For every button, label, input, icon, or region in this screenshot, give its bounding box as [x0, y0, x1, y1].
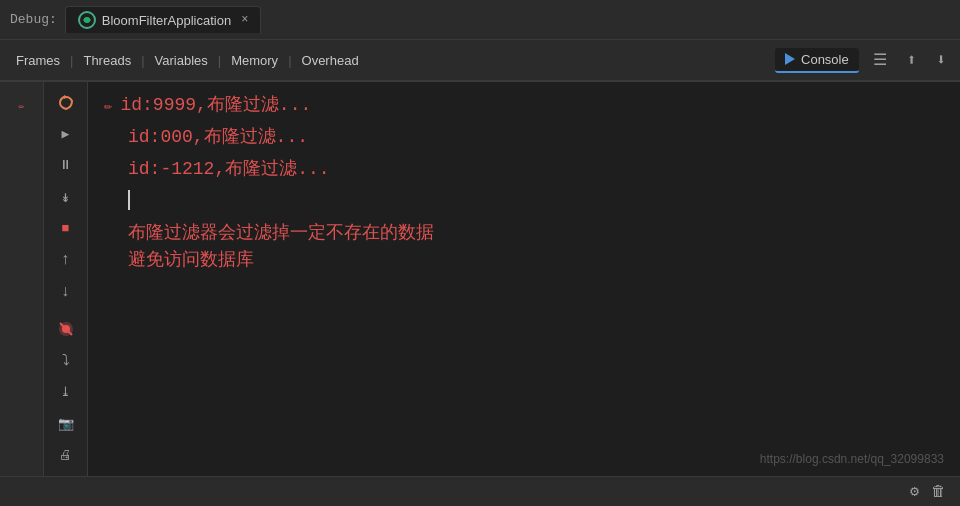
debug-actions: ▶ ⏸ ↡ ■ ↑ ↓ ⤵ ⤓ 📷 🖨 — [44, 82, 88, 476]
restart-button[interactable] — [52, 90, 80, 116]
delete-icon[interactable]: 🗑 — [929, 481, 948, 503]
tab-threads[interactable]: Threads — [75, 49, 139, 72]
svg-marker-2 — [64, 95, 68, 99]
block-text: 布隆过滤器会过滤掉一定不存在的数据 避免访问数据库 — [128, 220, 944, 274]
smart-step-btn[interactable]: ⤵ — [52, 348, 80, 374]
mute-breakpoints-icon — [57, 320, 75, 338]
close-tab-button[interactable]: × — [241, 13, 248, 27]
text-cursor — [128, 190, 130, 210]
restart-icon — [57, 94, 75, 112]
resume-button[interactable]: ▶ — [52, 122, 80, 148]
step-out-button[interactable]: ↑ — [52, 248, 80, 274]
debug-label: Debug: — [10, 12, 57, 27]
print-btn[interactable]: 🖨 — [52, 443, 80, 469]
app-name: BloomFilterApplication — [102, 13, 231, 28]
bottom-bar: ⚙ 🗑 — [0, 476, 960, 506]
toolbar-tabs: Frames | Threads | Variables | Memory | … — [8, 49, 367, 72]
cursor-line — [128, 188, 944, 212]
main-area: ✏️ ▶ ⏸ ↡ ■ ↑ ↓ ⤵ ⤓ 📷 🖨 — [0, 82, 960, 476]
toolbar-right: Console ☰ ⬆ ⬇ — [775, 48, 952, 73]
step-over-button[interactable]: ↡ — [52, 185, 80, 211]
pause-button[interactable]: ⏸ — [52, 153, 80, 179]
title-bar: Debug: BloomFilterApplication × — [0, 0, 960, 40]
toolbar: Frames | Threads | Variables | Memory | … — [0, 40, 960, 82]
console-text-1: id:9999,布隆过滤... — [120, 92, 311, 119]
stop-button[interactable]: ■ — [52, 216, 80, 242]
export-icon[interactable]: ⬆ — [901, 48, 923, 72]
mute-btn[interactable] — [52, 317, 80, 343]
tab-frames[interactable]: Frames — [8, 49, 68, 72]
tab-overhead[interactable]: Overhead — [294, 49, 367, 72]
step-settings-btn[interactable]: ⤓ — [52, 380, 80, 406]
console-line-3: id:-1212,布隆过滤... — [104, 156, 944, 184]
bottom-icons: ⚙ 🗑 — [908, 480, 948, 503]
tab-memory[interactable]: Memory — [223, 49, 286, 72]
app-tab[interactable]: BloomFilterApplication × — [65, 6, 262, 33]
console-line-1: ✏ id:9999,布隆过滤... — [104, 92, 944, 120]
console-play-icon — [785, 53, 795, 65]
console-text-3: id:-1212,布隆过滤... — [128, 156, 330, 183]
settings-icon[interactable]: ⚙ — [908, 480, 921, 503]
url-watermark: https://blog.csdn.net/qq_32099833 — [760, 452, 944, 466]
block-text-line1: 布隆过滤器会过滤掉一定不存在的数据 — [128, 220, 944, 247]
console-area[interactable]: ✏ id:9999,布隆过滤... id:000,布隆过滤... id:-121… — [88, 82, 960, 476]
screenshot-btn[interactable]: 📷 — [52, 411, 80, 437]
bloom-filter-icon — [78, 11, 96, 29]
svg-point-1 — [84, 17, 90, 23]
console-text-2: id:000,布隆过滤... — [128, 124, 308, 151]
sidebar-breakpoints-icon[interactable]: ✏️ — [6, 90, 38, 122]
error-icon-1: ✏ — [104, 96, 112, 117]
console-button[interactable]: Console — [775, 48, 859, 73]
console-label: Console — [801, 52, 849, 67]
console-line-2: id:000,布隆过滤... — [104, 124, 944, 152]
step-into-button[interactable]: ↓ — [52, 279, 80, 305]
block-text-line2: 避免访问数据库 — [128, 247, 944, 274]
left-sidebar: ✏️ — [0, 82, 44, 476]
download-icon[interactable]: ⬇ — [930, 48, 952, 72]
menu-icon[interactable]: ☰ — [867, 48, 893, 72]
tab-variables[interactable]: Variables — [147, 49, 216, 72]
